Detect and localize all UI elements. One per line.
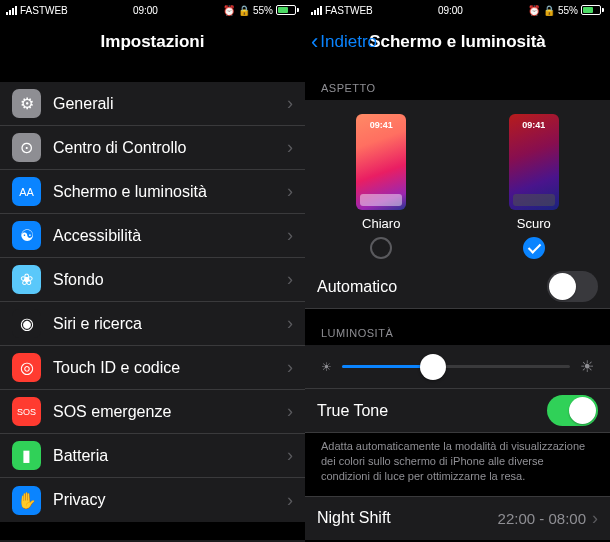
slider-thumb[interactable] bbox=[420, 354, 446, 380]
sos-icon: SOS bbox=[12, 397, 41, 426]
row-label: SOS emergenze bbox=[53, 403, 287, 421]
batteria-icon: ▮ bbox=[12, 441, 41, 470]
settings-row-accessibilita[interactable]: ☯Accessibilità› bbox=[0, 214, 305, 258]
settings-row-batteria[interactable]: ▮Batteria› bbox=[0, 434, 305, 478]
appearance-option-dark[interactable]: 09:41 Scuro bbox=[509, 114, 559, 259]
row-label: Touch ID e codice bbox=[53, 359, 287, 377]
truetone-toggle[interactable] bbox=[547, 395, 598, 426]
light-preview-icon: 09:41 bbox=[356, 114, 406, 210]
row-label: Batteria bbox=[53, 447, 287, 465]
nightshift-value: 22:00 - 08:00 bbox=[498, 510, 586, 527]
status-bar: FASTWEB 09:00 ⏰ 🔒 55% bbox=[305, 0, 610, 20]
row-label: Schermo e luminosità bbox=[53, 183, 287, 201]
dark-preview-icon: 09:41 bbox=[509, 114, 559, 210]
lock-icon: 🔒 bbox=[238, 5, 250, 16]
privacy-icon: ✋ bbox=[12, 486, 41, 515]
battery-icon bbox=[276, 5, 299, 15]
chevron-right-icon: › bbox=[287, 269, 293, 290]
truetone-row: True Tone bbox=[305, 389, 610, 433]
carrier-label: FASTWEB bbox=[20, 5, 68, 16]
settings-screen: FASTWEB 09:00 ⏰ 🔒 55% Impostazioni ⚙Gene… bbox=[0, 0, 305, 542]
automatic-label: Automatico bbox=[317, 278, 547, 296]
appearance-option-light[interactable]: 09:41 Chiaro bbox=[356, 114, 406, 259]
automatic-row: Automatico bbox=[305, 265, 610, 309]
section-header-aspetto: ASPETTO bbox=[305, 64, 610, 100]
battery-pct: 55% bbox=[558, 5, 578, 16]
row-label: Generali bbox=[53, 95, 287, 113]
light-label: Chiaro bbox=[362, 216, 400, 231]
chevron-right-icon: › bbox=[592, 508, 598, 529]
chevron-right-icon: › bbox=[287, 225, 293, 246]
settings-row-siri[interactable]: ◉Siri e ricerca› bbox=[0, 302, 305, 346]
row-label: Privacy bbox=[53, 491, 287, 509]
brightness-slider[interactable] bbox=[342, 365, 570, 368]
settings-row-centro-controllo[interactable]: ⊙Centro di Controllo› bbox=[0, 126, 305, 170]
chevron-left-icon: ‹ bbox=[311, 29, 318, 55]
chevron-right-icon: › bbox=[287, 181, 293, 202]
siri-icon: ◉ bbox=[12, 309, 41, 338]
settings-row-generali[interactable]: ⚙Generali› bbox=[0, 82, 305, 126]
back-button[interactable]: ‹ Indietro bbox=[311, 29, 377, 55]
page-title: Schermo e luminosità bbox=[369, 32, 546, 52]
lock-icon: 🔒 bbox=[543, 5, 555, 16]
chevron-right-icon: › bbox=[287, 490, 293, 511]
truetone-label: True Tone bbox=[317, 402, 547, 420]
truetone-note: Adatta automaticamente la modalità di vi… bbox=[305, 433, 610, 496]
generali-icon: ⚙ bbox=[12, 89, 41, 118]
signal-icon bbox=[6, 6, 17, 15]
brightness-row: ☀ ☀ bbox=[305, 345, 610, 389]
back-label: Indietro bbox=[320, 32, 377, 52]
nav-bar: ‹ Indietro Schermo e luminosità bbox=[305, 20, 610, 64]
battery-icon bbox=[581, 5, 604, 15]
settings-row-sos[interactable]: SOSSOS emergenze› bbox=[0, 390, 305, 434]
schermo-luminosita-icon: AA bbox=[12, 177, 41, 206]
nightshift-label: Night Shift bbox=[317, 509, 498, 527]
chevron-right-icon: › bbox=[287, 445, 293, 466]
section-header-luminosita: LUMINOSITÀ bbox=[305, 309, 610, 345]
centro-controllo-icon: ⊙ bbox=[12, 133, 41, 162]
clock-label: 09:00 bbox=[133, 5, 158, 16]
sun-small-icon: ☀ bbox=[321, 360, 332, 374]
clock-label: 09:00 bbox=[438, 5, 463, 16]
chevron-right-icon: › bbox=[287, 137, 293, 158]
row-label: Siri e ricerca bbox=[53, 315, 287, 333]
appearance-picker: 09:41 Chiaro 09:41 Scuro bbox=[305, 100, 610, 265]
signal-icon bbox=[311, 6, 322, 15]
chevron-right-icon: › bbox=[287, 93, 293, 114]
accessibilita-icon: ☯ bbox=[12, 221, 41, 250]
row-label: Accessibilità bbox=[53, 227, 287, 245]
dark-label: Scuro bbox=[517, 216, 551, 231]
automatic-toggle[interactable] bbox=[547, 271, 598, 302]
chevron-right-icon: › bbox=[287, 357, 293, 378]
touchid-icon: ◎ bbox=[12, 353, 41, 382]
settings-row-privacy[interactable]: ✋Privacy› bbox=[0, 478, 305, 522]
chevron-right-icon: › bbox=[287, 313, 293, 334]
sun-large-icon: ☀ bbox=[580, 357, 594, 376]
battery-pct: 55% bbox=[253, 5, 273, 16]
dark-radio[interactable] bbox=[523, 237, 545, 259]
row-label: Centro di Controllo bbox=[53, 139, 287, 157]
carrier-label: FASTWEB bbox=[325, 5, 373, 16]
sfondo-icon: ❀ bbox=[12, 265, 41, 294]
nav-bar: Impostazioni bbox=[0, 20, 305, 64]
settings-row-touchid[interactable]: ◎Touch ID e codice› bbox=[0, 346, 305, 390]
settings-row-schermo-luminosita[interactable]: AASchermo e luminosità› bbox=[0, 170, 305, 214]
light-radio[interactable] bbox=[370, 237, 392, 259]
settings-row-sfondo[interactable]: ❀Sfondo› bbox=[0, 258, 305, 302]
row-label: Sfondo bbox=[53, 271, 287, 289]
nightshift-row[interactable]: Night Shift 22:00 - 08:00 › bbox=[305, 496, 610, 540]
display-brightness-screen: FASTWEB 09:00 ⏰ 🔒 55% ‹ Indietro Schermo… bbox=[305, 0, 610, 542]
chevron-right-icon: › bbox=[287, 401, 293, 422]
page-title: Impostazioni bbox=[101, 32, 205, 52]
status-bar: FASTWEB 09:00 ⏰ 🔒 55% bbox=[0, 0, 305, 20]
alarm-icon: ⏰ bbox=[528, 5, 540, 16]
alarm-icon: ⏰ bbox=[223, 5, 235, 16]
